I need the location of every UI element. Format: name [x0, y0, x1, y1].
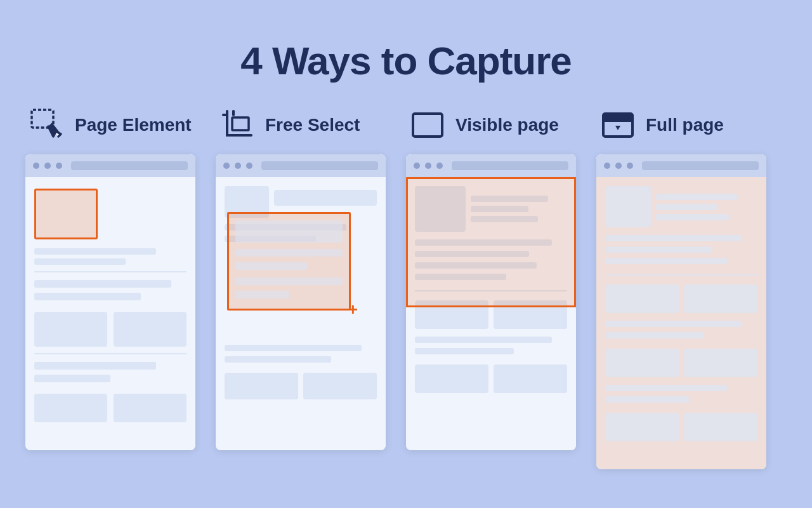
two-col [605, 349, 757, 377]
two-col [225, 373, 377, 399]
content-line [415, 262, 537, 269]
col-block [684, 284, 757, 313]
content-line [34, 293, 141, 300]
inner-line [235, 291, 289, 298]
col-block [114, 394, 187, 422]
content-line [415, 239, 552, 246]
inner-block [235, 220, 343, 243]
content-block [605, 186, 651, 227]
inner-line [235, 249, 343, 257]
inner-line [235, 277, 343, 285]
col-block [225, 373, 298, 399]
two-col [415, 364, 567, 393]
inner-line [235, 262, 307, 270]
two-col [605, 284, 757, 313]
col-block [415, 300, 488, 329]
content-line [34, 280, 171, 288]
browser-mockup-free-select: + [216, 154, 386, 450]
browser-address [261, 161, 378, 170]
browser-body-page-element [25, 177, 195, 450]
content-lines [656, 186, 757, 227]
content-line [415, 348, 514, 354]
browser-dot-1 [33, 163, 39, 169]
content-line [656, 214, 729, 220]
content-line [656, 194, 737, 200]
card-label-visible-page: Visible page [406, 109, 559, 142]
col-block [605, 349, 679, 377]
content-lines [34, 248, 187, 265]
content-row [605, 186, 757, 227]
content-block [415, 186, 466, 232]
cards-container: Page Element [0, 109, 812, 469]
two-col [415, 300, 567, 329]
cursor-plus: + [348, 301, 358, 318]
browser-dot-3 [56, 163, 62, 169]
col-block [494, 364, 567, 393]
content-line [415, 251, 529, 257]
divider [34, 353, 187, 354]
browser-dot-1 [604, 163, 610, 169]
page-element-icon [30, 109, 63, 142]
divider [605, 274, 757, 276]
two-col [605, 413, 757, 441]
col-block [605, 413, 679, 441]
col-block [114, 312, 187, 347]
content-line [225, 345, 362, 351]
svg-rect-2 [232, 117, 249, 130]
content-line [34, 248, 156, 255]
content-line [605, 321, 742, 327]
content-line [471, 196, 548, 202]
col-block [34, 394, 107, 422]
svg-rect-5 [603, 114, 632, 122]
content-line [605, 258, 727, 264]
free-select-icon [221, 109, 254, 142]
card-label-text-page-element: Page Element [75, 115, 192, 135]
card-label-text-visible-page: Visible page [455, 115, 559, 135]
content-line [471, 206, 528, 212]
content-line [415, 337, 552, 343]
content-line [225, 356, 331, 363]
browser-mockup-full-page [596, 154, 766, 469]
divider [34, 271, 187, 272]
bottom-content [225, 345, 377, 399]
browser-dot-2 [44, 163, 51, 169]
content-line [605, 235, 742, 241]
browser-dot-1 [223, 163, 230, 169]
svg-rect-3 [413, 114, 442, 137]
card-label-free-select: Free Select [216, 109, 360, 142]
content-line [605, 385, 727, 391]
col-block [684, 349, 757, 377]
content-row [34, 248, 187, 265]
content-line [34, 375, 110, 382]
content-row [415, 186, 567, 232]
browser-dot-3 [627, 163, 633, 169]
col-block [303, 373, 377, 399]
content-line [415, 274, 506, 280]
browser-bar [25, 154, 195, 177]
card-visible-page: Visible page [406, 109, 596, 450]
content-line [605, 332, 704, 338]
col-block [415, 364, 488, 393]
card-label-text-free-select: Free Select [265, 115, 360, 135]
col-block [494, 300, 567, 329]
col-block [684, 413, 757, 441]
browser-address [71, 161, 188, 170]
content-block [274, 190, 377, 206]
content-line [34, 258, 126, 265]
element-highlight [34, 189, 98, 239]
col-block [605, 284, 679, 313]
browser-dot-3 [436, 163, 443, 169]
content-line [605, 246, 712, 253]
svg-marker-6 [615, 126, 620, 130]
card-free-select: Free Select [216, 109, 406, 450]
browser-address [642, 161, 759, 170]
browser-bar [596, 154, 766, 177]
browser-dot-1 [414, 163, 420, 169]
content-line [656, 204, 717, 210]
browser-mockup-visible-page [406, 154, 576, 450]
browser-body-full-page [596, 177, 766, 469]
col-block [34, 312, 107, 347]
content-line [34, 362, 156, 370]
browser-address [452, 161, 568, 170]
browser-body-visible-page [406, 177, 576, 450]
